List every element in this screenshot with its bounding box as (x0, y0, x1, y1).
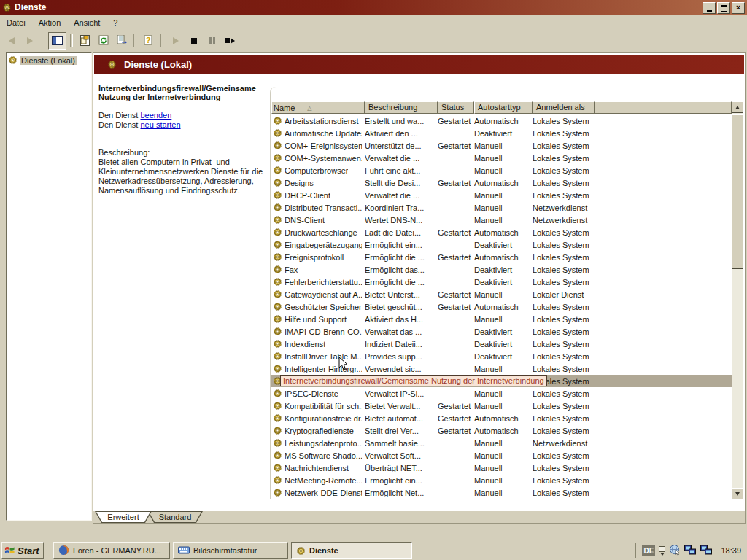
service-name-cell: Konfigurationsfreie dr... (271, 413, 365, 424)
restart-service-button[interactable] (222, 33, 239, 49)
export-list-icon (117, 35, 127, 46)
column-header-name[interactable]: Name△ (271, 101, 365, 114)
table-row[interactable]: IMAPI-CD-Brenn-CO...Verwaltet das ...Dea… (271, 325, 732, 338)
network-connection-tray-icon[interactable] (684, 545, 697, 557)
table-row[interactable]: Geschützter SpeicherBietet geschüt...Ges… (271, 300, 732, 313)
tab-erweitert[interactable]: Erweitert (95, 511, 152, 523)
start-button[interactable]: Start (1, 542, 44, 559)
taskbar: Start Foren - GERMANY.RU... Bildschirmta… (0, 540, 747, 560)
table-row[interactable]: IPSEC-DiensteVerwaltet IP-Si...ManuellLo… (271, 387, 732, 400)
table-row[interactable]: Netzwerk-DDE-DienstErmöglicht Net...Manu… (271, 486, 732, 499)
table-row[interactable]: NachrichtendienstÜberträgt NET...Manuell… (271, 462, 732, 474)
table-row[interactable]: DHCP-ClientVerwaltet die ...ManuellLokal… (271, 189, 732, 201)
menu-datei[interactable]: Datei (0, 16, 32, 29)
menu-aktion[interactable]: Aktion (32, 16, 68, 29)
export-list-button[interactable] (113, 33, 130, 49)
back-button[interactable] (3, 33, 20, 49)
restart-service-link[interactable]: neu starten (140, 120, 180, 129)
table-row[interactable]: Intelligenter Hintergr...Verwendet sic..… (271, 362, 732, 375)
system-tray: DE 18:39 (635, 543, 747, 558)
close-button[interactable]: × (732, 2, 745, 14)
stop-service-link[interactable]: beenden (140, 111, 171, 120)
table-row[interactable]: Fehlerberichterstattu...Ermöglicht die .… (271, 276, 732, 288)
tree-item-dienste-lokal[interactable]: Dienste (Lokal) (7, 53, 91, 67)
table-row[interactable]: MS Software Shado...Verwaltet Soft...Man… (271, 449, 732, 462)
table-row[interactable]: Netzwerk-DDE-Serv...Verwaltet DD...Manue… (271, 499, 732, 499)
column-header-autostarttyp[interactable]: Autostarttyp (474, 101, 533, 114)
service-logon-cell: Lokales System (533, 363, 595, 375)
service-gear-icon (273, 153, 282, 163)
panel-header-band: Dienste (Lokal) (94, 55, 744, 74)
scroll-up-button[interactable] (732, 101, 743, 113)
table-row[interactable]: InstallDriver Table M...Provides supp...… (271, 350, 732, 362)
table-row[interactable]: COM+-EreignissystemUnterstützt de...Gest… (271, 139, 732, 152)
service-gear-icon (273, 475, 282, 485)
service-startup-cell: Manuell (474, 152, 533, 164)
service-gear-icon (273, 463, 282, 472)
table-row[interactable]: Leistungsdatenproto...Sammelt basie...Ma… (271, 437, 732, 449)
tab-standard[interactable]: Standard (147, 511, 203, 523)
properties-button[interactable] (77, 33, 93, 49)
service-gear-icon (273, 252, 282, 262)
table-row[interactable]: DesignsStellt die Desi...GestartetAutoma… (271, 176, 732, 189)
show-console-tree-button[interactable] (48, 32, 66, 50)
stop-service-icon (191, 38, 197, 44)
title-bar[interactable]: Dienste × (0, 0, 747, 15)
table-row[interactable]: Gatewaydienst auf A...Bietet Unterst...G… (271, 288, 732, 300)
service-name-tooltip: Internetverbindungsfirewall/Gemeinsame N… (280, 375, 547, 386)
scrollbar-thumb[interactable] (732, 114, 743, 269)
task-dienste[interactable]: Dienste (291, 542, 412, 559)
globe-pointer-tray-icon[interactable] (669, 544, 681, 557)
menu-hilfe[interactable]: ? (107, 16, 124, 29)
table-row[interactable]: Lokales SystemInternetverbindungsfirewal… (271, 375, 732, 387)
table-row[interactable]: DNS-ClientWertet DNS-N...ManuellNetzwerk… (271, 214, 732, 226)
column-header-beschreibung[interactable]: Beschreibung (365, 101, 438, 114)
table-row[interactable]: COM+-Systemanwen...Verwaltet die ...Manu… (271, 152, 732, 164)
column-header-status[interactable]: Status (438, 101, 474, 114)
table-row[interactable]: Automatische UpdatesAktiviert den ...Dea… (271, 127, 732, 139)
task-bildschirmtastatur[interactable]: Bildschirmtastatur (173, 542, 288, 559)
column-header-anmelden-als[interactable]: Anmelden als (533, 101, 595, 114)
service-startup-cell: Manuell (474, 450, 533, 462)
service-gear-icon (273, 190, 282, 200)
table-row[interactable]: EingabegerätezugangErmöglicht ein...Deak… (271, 238, 732, 251)
table-row[interactable]: EreignisprotokollErmöglicht die ...Gesta… (271, 251, 732, 263)
start-service-button[interactable] (167, 33, 184, 49)
table-row[interactable]: FaxErmöglicht das...DeaktiviertLokales S… (271, 263, 732, 276)
table-row[interactable]: Konfigurationsfreie dr...Bietet automat.… (271, 412, 732, 424)
restore-button[interactable] (717, 2, 730, 14)
forward-button[interactable] (21, 33, 38, 49)
stop-service-button[interactable] (185, 33, 202, 49)
service-description-cell: Indiziert Dateii... (365, 338, 438, 350)
service-gear-icon (273, 265, 282, 274)
vertical-scrollbar[interactable] (732, 101, 743, 499)
table-row[interactable]: IndexdienstIndiziert Dateii...Deaktivier… (271, 338, 732, 350)
table-row[interactable]: Distributed Transacti...Koordiniert Tra.… (271, 201, 732, 214)
task-firefox-foren[interactable]: Foren - GERMANY.RU... (53, 542, 170, 559)
service-startup-cell: Manuell (474, 214, 533, 226)
table-row[interactable]: NetMeeting-Remote...Ermöglicht ein...Man… (271, 474, 732, 486)
refresh-button[interactable] (95, 33, 112, 49)
table-row[interactable]: Hilfe und SupportAktiviert das H...Manue… (271, 313, 732, 325)
service-startup-cell: Automatisch (474, 301, 533, 313)
service-logon-cell: Lokales System (533, 425, 595, 437)
table-row[interactable]: ArbeitsstationsdienstErstellt und wa...G… (271, 114, 732, 127)
pause-service-button[interactable] (204, 33, 220, 49)
menu-ansicht[interactable]: Ansicht (67, 16, 107, 29)
table-row[interactable]: DruckwarteschlangeLädt die Datei...Gesta… (271, 226, 732, 238)
scroll-down-button[interactable] (732, 488, 743, 499)
service-status-cell: Gestartet (438, 413, 474, 424)
table-row[interactable]: ComputerbrowserFührt eine akt...ManuellL… (271, 164, 732, 176)
service-gear-icon (273, 438, 282, 448)
language-indicator[interactable]: DE (642, 545, 655, 556)
network-connection-tray-icon[interactable] (700, 545, 713, 557)
minimize-button[interactable] (703, 2, 716, 14)
show-console-tree-icon (52, 36, 63, 45)
table-row[interactable]: KryptografiediensteStellt drei Ver...Ges… (271, 424, 732, 437)
service-description-cell: Ermöglicht Net... (365, 487, 438, 499)
table-row[interactable]: Kompatibilität für sch...Bietet Verwalt.… (271, 400, 732, 412)
help-button[interactable]: ? (140, 33, 157, 49)
service-gear-icon (273, 364, 282, 373)
close-icon: × (736, 4, 740, 12)
show-hidden-icons[interactable] (659, 546, 665, 556)
